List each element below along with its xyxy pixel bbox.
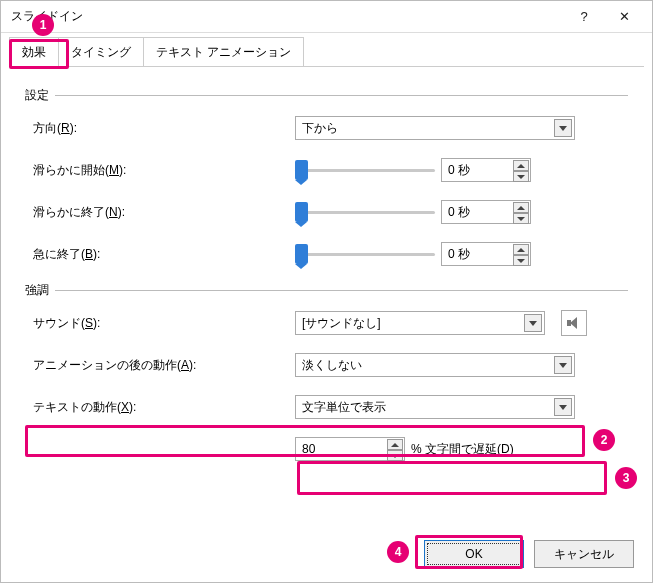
select-value: 下から xyxy=(302,120,338,137)
slider-track xyxy=(295,253,435,256)
spin-value: 0 秒 xyxy=(448,204,470,221)
select-value: [サウンドなし] xyxy=(302,315,381,332)
spin-value: 0 秒 xyxy=(448,246,470,263)
speaker-icon xyxy=(567,316,581,330)
tab-row: 効果 タイミング テキスト アニメーション xyxy=(1,33,652,67)
select-value: 淡くしない xyxy=(302,357,362,374)
tab-underline xyxy=(9,66,644,67)
smooth-start-slider[interactable] xyxy=(295,160,435,180)
button-label: キャンセル xyxy=(554,546,614,563)
titlebar: スライドイン ? ✕ xyxy=(1,1,652,33)
tab-effect[interactable]: 効果 xyxy=(9,37,59,67)
delay-spin[interactable]: 80 xyxy=(295,437,405,461)
button-label: OK xyxy=(465,547,482,561)
group-label-text: 設定 xyxy=(25,87,49,104)
row-delay: 80 % 文字間で遅延(D) xyxy=(25,435,628,463)
group-label-text: 強調 xyxy=(25,282,49,299)
spin-down[interactable] xyxy=(387,450,403,461)
spin-buttons xyxy=(513,202,529,224)
spin-up[interactable] xyxy=(387,439,403,450)
badge-2: 2 xyxy=(593,429,615,451)
tab-text-animation[interactable]: テキスト アニメーション xyxy=(143,37,304,67)
row-direction: 方向(R): 下から xyxy=(25,114,628,142)
group-divider xyxy=(55,290,628,291)
chevron-down-icon xyxy=(524,314,542,332)
slider-thumb[interactable] xyxy=(295,244,308,264)
chevron-down-icon xyxy=(554,356,572,374)
tab-label: テキスト アニメーション xyxy=(156,45,291,59)
smooth-end-label: 滑らかに終了(N): xyxy=(25,204,295,221)
badge-3: 3 xyxy=(615,467,637,489)
bounce-end-label: 急に終了(B): xyxy=(25,246,295,263)
row-smooth-start: 滑らかに開始(M): 0 秒 xyxy=(25,156,628,184)
spin-buttons xyxy=(513,244,529,266)
smooth-start-label: 滑らかに開始(M): xyxy=(25,162,295,179)
after-anim-label: アニメーションの後の動作(A): xyxy=(25,357,295,374)
sound-select[interactable]: [サウンドなし] xyxy=(295,311,545,335)
spin-value: 80 xyxy=(302,442,315,456)
spin-value: 0 秒 xyxy=(448,162,470,179)
spin-buttons xyxy=(387,439,403,461)
text-anim-select[interactable]: 文字単位で表示 xyxy=(295,395,575,419)
bounce-end-spin[interactable]: 0 秒 xyxy=(441,242,531,266)
direction-label: 方向(R): xyxy=(25,120,295,137)
slider-thumb[interactable] xyxy=(295,202,308,222)
slider-track xyxy=(295,211,435,214)
row-text-anim: テキストの動作(X): 文字単位で表示 xyxy=(25,393,628,421)
row-sound: サウンド(S): [サウンドなし] xyxy=(25,309,628,337)
chevron-down-icon xyxy=(554,119,572,137)
ok-button[interactable]: OK xyxy=(424,540,524,568)
badge-4: 4 xyxy=(387,541,409,563)
smooth-end-slider[interactable] xyxy=(295,202,435,222)
window-title: スライドイン xyxy=(11,8,564,25)
spin-up[interactable] xyxy=(513,202,529,213)
row-bounce-end: 急に終了(B): 0 秒 xyxy=(25,240,628,268)
help-button[interactable]: ? xyxy=(564,3,604,31)
dialog-footer: OK キャンセル xyxy=(424,540,634,568)
text-anim-label: テキストの動作(X): xyxy=(25,399,295,416)
spin-up[interactable] xyxy=(513,160,529,171)
help-icon: ? xyxy=(580,9,587,24)
smooth-start-spin[interactable]: 0 秒 xyxy=(441,158,531,182)
sound-label: サウンド(S): xyxy=(25,315,295,332)
tab-timing[interactable]: タイミング xyxy=(58,37,144,67)
spin-up[interactable] xyxy=(513,244,529,255)
smooth-end-spin[interactable]: 0 秒 xyxy=(441,200,531,224)
group-divider xyxy=(55,95,628,96)
spin-down[interactable] xyxy=(513,171,529,182)
dialog-content: 設定 方向(R): 下から 滑らかに開始(M): 0 秒 xyxy=(1,67,652,487)
spin-buttons xyxy=(513,160,529,182)
row-after-anim: アニメーションの後の動作(A): 淡くしない xyxy=(25,351,628,379)
after-anim-select[interactable]: 淡くしない xyxy=(295,353,575,377)
slider-track xyxy=(295,169,435,172)
bounce-end-slider[interactable] xyxy=(295,244,435,264)
slider-thumb[interactable] xyxy=(295,160,308,180)
group-label-settings: 設定 xyxy=(25,87,628,104)
close-icon: ✕ xyxy=(619,9,630,24)
badge-1: 1 xyxy=(32,14,54,36)
group-label-emphasis: 強調 xyxy=(25,282,628,299)
chevron-down-icon xyxy=(554,398,572,416)
sound-play-button[interactable] xyxy=(561,310,587,336)
tab-label: タイミング xyxy=(71,45,131,59)
row-smooth-end: 滑らかに終了(N): 0 秒 xyxy=(25,198,628,226)
tab-label: 効果 xyxy=(22,45,46,59)
close-button[interactable]: ✕ xyxy=(604,3,644,31)
spin-down[interactable] xyxy=(513,213,529,224)
direction-select[interactable]: 下から xyxy=(295,116,575,140)
select-value: 文字単位で表示 xyxy=(302,399,386,416)
cancel-button[interactable]: キャンセル xyxy=(534,540,634,568)
delay-suffix: % 文字間で遅延(D) xyxy=(411,441,514,458)
spin-down[interactable] xyxy=(513,255,529,266)
